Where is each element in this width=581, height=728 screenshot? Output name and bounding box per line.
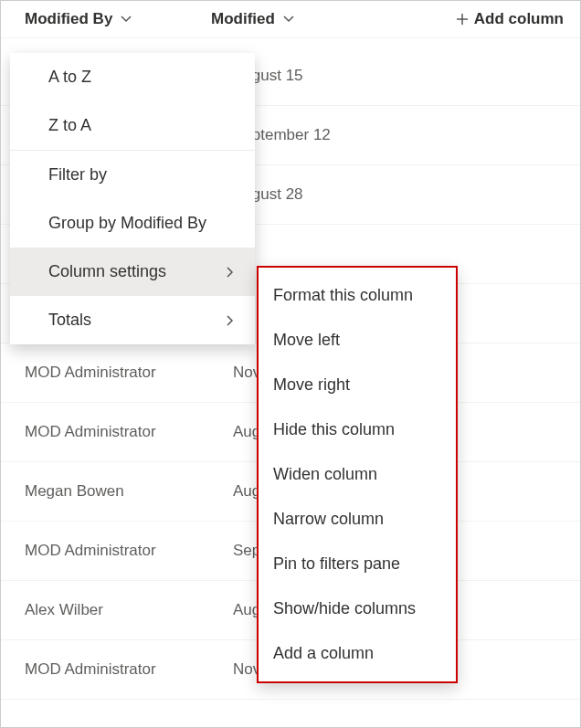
menu-item-group-by[interactable]: Group by Modified By [10, 199, 255, 248]
menu-item-column-settings[interactable]: Column settings [10, 248, 255, 296]
menu-item-label: Totals [48, 311, 91, 330]
submenu-item-move-left[interactable]: Move left [259, 318, 456, 363]
submenu-item-narrow-column[interactable]: Narrow column [259, 497, 456, 542]
add-column-button[interactable]: Add column [394, 10, 580, 28]
column-header-label: Modified [211, 10, 275, 28]
submenu-item-widen-column[interactable]: Widen column [259, 452, 456, 497]
menu-item-z-to-a[interactable]: Z to A [10, 101, 255, 150]
menu-item-label: Filter by [48, 165, 107, 185]
cell-modified-by: MOD Administrator [1, 542, 211, 560]
cell-modified-by: MOD Administrator [1, 660, 211, 679]
cell-modified-by: MOD Administrator [1, 423, 211, 441]
menu-item-label: Z to A [48, 116, 91, 135]
cell-modified: August 15 [211, 67, 580, 85]
column-header-modified-by[interactable]: Modified By [1, 10, 211, 28]
submenu-item-show-hide-columns[interactable]: Show/hide columns [259, 586, 456, 631]
chevron-down-icon [120, 13, 132, 26]
cell-modified: September 12 [211, 126, 580, 144]
submenu-item-hide-column[interactable]: Hide this column [259, 407, 456, 452]
menu-item-filter-by[interactable]: Filter by [10, 150, 255, 199]
cell-modified-by: Megan Bowen [1, 482, 211, 501]
column-header-label: Modified By [25, 10, 112, 28]
column-header-modified[interactable]: Modified [211, 10, 394, 28]
column-dropdown-menu: A to Z Z to A Filter by Group by Modifie… [10, 53, 255, 344]
add-column-label: Add column [474, 10, 564, 28]
submenu-item-pin-filters[interactable]: Pin to filters pane [259, 542, 456, 586]
chevron-down-icon [282, 13, 295, 26]
menu-item-totals[interactable]: Totals [10, 296, 255, 344]
column-headers: Modified By Modified Add column [1, 1, 580, 38]
submenu-item-format-column[interactable]: Format this column [259, 273, 456, 318]
chevron-right-icon [224, 314, 237, 327]
plus-icon [456, 13, 469, 26]
menu-item-a-to-z[interactable]: A to Z [10, 53, 255, 101]
chevron-right-icon [224, 266, 237, 279]
cell-modified: August 28 [211, 185, 580, 204]
menu-item-label: A to Z [48, 68, 91, 87]
cell-modified-by: Alex Wilber [1, 601, 211, 619]
column-settings-submenu: Format this column Move left Move right … [257, 266, 458, 683]
submenu-item-add-column[interactable]: Add a column [259, 631, 456, 676]
cell-modified-by: MOD Administrator [1, 364, 211, 382]
submenu-item-move-right[interactable]: Move right [259, 363, 456, 407]
menu-item-label: Column settings [48, 262, 166, 281]
list-view: Modified By Modified Add column August 1… [0, 0, 581, 728]
menu-item-label: Group by Modified By [48, 214, 206, 233]
